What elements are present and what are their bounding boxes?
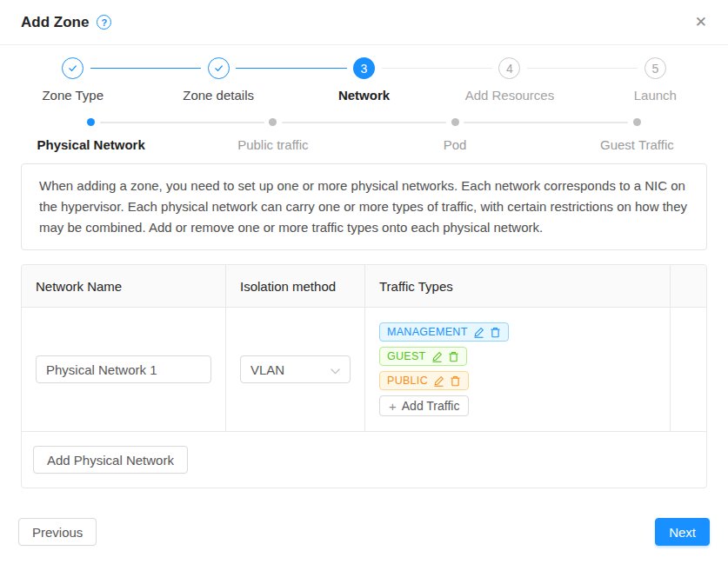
help-icon[interactable]: ?: [97, 15, 111, 30]
substep-label: Guest Traffic: [600, 137, 674, 152]
step-label: Zone Type: [42, 88, 104, 103]
column-header-isolation-method: Isolation method: [226, 265, 365, 307]
step-label: Launch: [634, 88, 677, 103]
substep-label: Public traffic: [237, 137, 308, 152]
step-zone-details[interactable]: Zone details: [145, 57, 291, 103]
step-add-resources[interactable]: 4 Add Resources: [437, 57, 582, 103]
substep-public-traffic[interactable]: Public traffic: [182, 118, 364, 152]
add-traffic-button[interactable]: + Add Traffic: [379, 395, 469, 416]
table-row: VLAN MANAGEMENT: [22, 308, 706, 432]
substep-pod[interactable]: Pod: [364, 118, 546, 152]
step-launch[interactable]: 5 Launch: [583, 57, 728, 103]
substep-physical-network[interactable]: Physical Network: [0, 118, 182, 152]
column-header-traffic-types: Traffic Types: [365, 265, 671, 307]
progress-dot-icon: [451, 118, 459, 126]
isolation-method-value: VLAN: [250, 362, 284, 377]
delete-icon[interactable]: [490, 327, 501, 338]
step-label: Add Resources: [465, 88, 555, 103]
traffic-tag-guest: GUEST: [379, 347, 467, 366]
delete-icon[interactable]: [448, 351, 459, 362]
chevron-down-icon: [331, 362, 340, 377]
check-circle-icon: [208, 57, 230, 79]
physical-network-table: Network Name Isolation method Traffic Ty…: [21, 264, 707, 488]
check-circle-icon: [62, 57, 83, 79]
step-number-badge: 5: [645, 57, 666, 79]
delete-icon[interactable]: [450, 375, 461, 387]
isolation-method-select[interactable]: VLAN: [240, 355, 351, 383]
traffic-tag-management: MANAGEMENT: [379, 322, 509, 342]
step-number-badge: 4: [498, 57, 520, 79]
step-zone-type[interactable]: Zone Type: [0, 57, 145, 103]
step-network[interactable]: 3 Network: [291, 57, 437, 103]
column-header-empty: [671, 265, 706, 307]
traffic-tag-public: PUBLIC: [379, 371, 469, 390]
network-name-input[interactable]: [36, 355, 211, 383]
add-traffic-label: Add Traffic: [402, 399, 460, 413]
table-header: Network Name Isolation method Traffic Ty…: [22, 265, 706, 308]
network-substeps: Physical Network Public traffic Pod Gues…: [0, 118, 728, 152]
edit-icon[interactable]: [431, 351, 443, 362]
add-physical-network-button[interactable]: Add Physical Network: [33, 446, 188, 474]
step-label: Network: [338, 88, 390, 103]
physical-network-info-text: When adding a zone, you need to set up o…: [21, 163, 707, 250]
step-number-badge: 3: [353, 57, 375, 79]
substep-label: Physical Network: [37, 137, 145, 152]
plus-icon: +: [389, 399, 397, 414]
dialog-header: Add Zone ? ✕: [0, 0, 728, 45]
edit-icon[interactable]: [473, 327, 484, 338]
progress-dot-icon: [269, 118, 277, 126]
next-button[interactable]: Next: [655, 518, 710, 546]
traffic-types-cell: MANAGEMENT GUEST: [365, 308, 671, 431]
table-footer: Add Physical Network: [22, 432, 706, 488]
add-zone-dialog: Add Zone ? ✕ Zone Type Zone details 3 Ne…: [0, 0, 728, 546]
substep-guest-traffic[interactable]: Guest Traffic: [546, 118, 728, 152]
traffic-tag-label: GUEST: [387, 350, 426, 362]
previous-button[interactable]: Previous: [18, 518, 97, 546]
isolation-method-cell: VLAN: [226, 308, 365, 431]
column-header-network-name: Network Name: [22, 265, 226, 307]
close-icon[interactable]: ✕: [695, 15, 707, 30]
substep-label: Pod: [444, 137, 467, 152]
traffic-tags: MANAGEMENT GUEST: [379, 322, 656, 416]
traffic-tag-label: MANAGEMENT: [387, 326, 468, 338]
step-label: Zone details: [183, 88, 254, 103]
network-name-cell: [22, 308, 226, 431]
traffic-tag-label: PUBLIC: [387, 375, 428, 387]
dialog-title: Add Zone: [21, 14, 89, 31]
progress-dot-icon: [87, 118, 95, 126]
wizard-steps: Zone Type Zone details 3 Network 4 Add R…: [0, 57, 728, 103]
dialog-footer: Previous Next: [0, 518, 728, 546]
progress-dot-icon: [633, 118, 641, 126]
actions-cell: [671, 308, 706, 431]
edit-icon[interactable]: [433, 375, 444, 387]
